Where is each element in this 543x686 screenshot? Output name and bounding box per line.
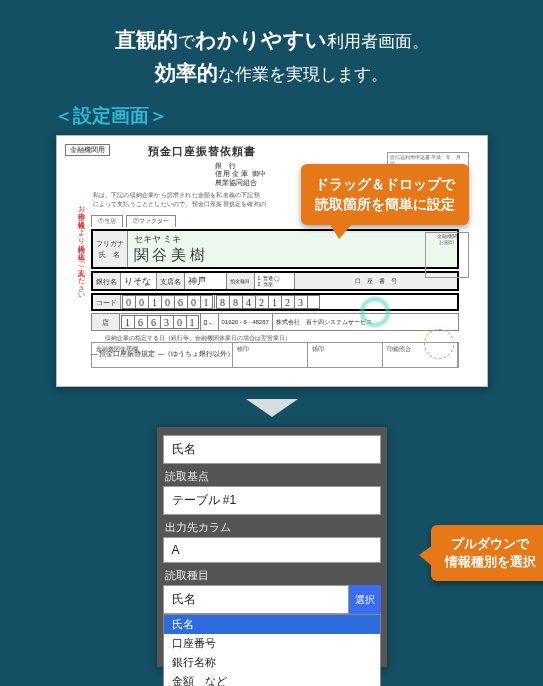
kind-select[interactable]: 氏名 — [163, 585, 349, 614]
acct-digits[interactable]: 8842123 — [216, 295, 320, 309]
callout-drag-drop: ドラッグ＆ドロップで 読取箇所を簡単に設定 — [301, 164, 469, 225]
settings-screenshot-drag: 金融機関用 預金口座振替依頼書 自払込利用申込書 平成 年 月 日 銀 行 信 … — [56, 135, 488, 387]
settings-screenshot-pulldown: 氏名 読取基点 テーブル #1 出力先カラム A 読取種目 氏名 選択 氏名 口… — [157, 427, 387, 667]
doc-tab-1: ①当店 — [91, 215, 123, 227]
name-value[interactable]: 関 谷 美 樹 — [134, 246, 205, 265]
bank-value[interactable]: りそな — [121, 273, 157, 289]
dropdown-option[interactable]: 銀行名称 — [164, 653, 380, 672]
section-title: ＜設定画面＞ — [54, 103, 543, 129]
headline-strong: 直観的 — [115, 28, 178, 51]
doc-corner-label: 金融機関用 — [65, 144, 110, 156]
branch-value[interactable]: 神戸 — [185, 273, 227, 289]
dropdown-option[interactable]: 金額 など — [164, 672, 380, 686]
doc-bottom-band: 金融機関使用欄検印係印印鑑照合 — [91, 342, 459, 368]
name-field[interactable]: 氏名 — [163, 435, 381, 464]
arrow-down-icon — [246, 399, 298, 417]
stamp-box: 金融機関 お届印 — [425, 232, 469, 278]
doc-title: 預金口座振替依頼書 — [148, 144, 256, 159]
output-column-field[interactable]: A — [163, 537, 381, 563]
dropdown-option[interactable]: 氏名 — [164, 615, 380, 634]
doc-tab-2: ②ファクター — [126, 215, 176, 227]
basis-field[interactable]: テーブル #1 — [163, 486, 381, 515]
code-digits[interactable]: 0010601 — [122, 295, 213, 309]
kind-dropdown[interactable]: 氏名 口座番号 銀行名称 金額 など — [163, 614, 381, 686]
furigana-value[interactable]: セキヤ ミキ — [134, 233, 181, 246]
headline: 直観的でわかりやすい利用者画面。 効率的な作業を実現します。 — [0, 0, 543, 97]
dropdown-option[interactable]: 口座番号 — [164, 634, 380, 653]
callout-pulldown: プルダウンで 情報種別を選択 — [431, 525, 544, 581]
select-button[interactable]: 選択 — [349, 585, 381, 614]
highlight-ring — [359, 296, 391, 328]
doc-red-vertical: お手持の通帳により太枠内に正確にご記入ください — [76, 200, 87, 380]
acct-type[interactable]: 1. 普通 ◯ 2. 当座 — [255, 273, 295, 289]
